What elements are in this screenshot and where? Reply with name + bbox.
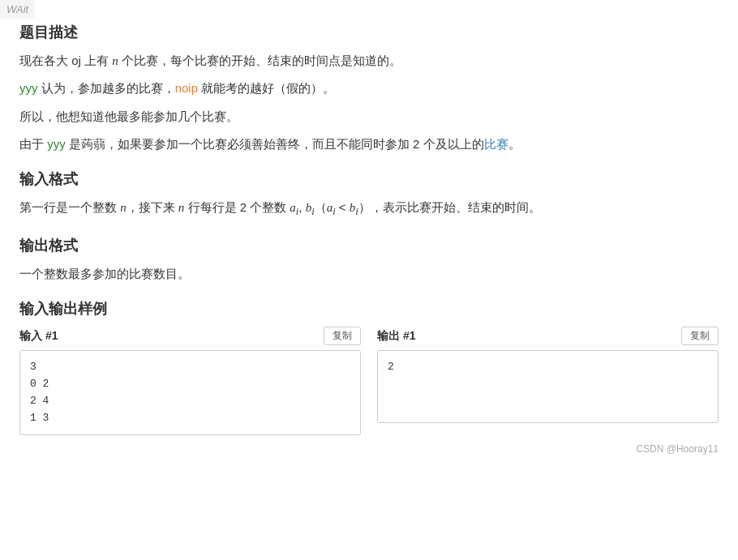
section-title-problem: 题目描述	[19, 23, 719, 42]
problem-para-3: 所以，他想知道他最多能参加几个比赛。	[19, 106, 719, 127]
output-label: 输出 #1	[377, 329, 415, 344]
output-block-header: 输出 #1 复制	[377, 327, 719, 345]
io-examples-container: 输入 #1 复制 3 0 2 2 4 1 3 输出 #1 复制 2	[19, 327, 719, 435]
input-code-box: 3 0 2 2 4 1 3	[19, 350, 361, 435]
section-title-output: 输出格式	[19, 236, 719, 255]
input-block-header: 输入 #1 复制	[19, 327, 361, 345]
output-code-box: 2	[377, 350, 719, 423]
problem-para-4: 由于 yyy 是蒟蒻，如果要参加一个比赛必须善始善终，而且不能同时参加 2 个及…	[19, 134, 719, 155]
title-bar-text: WAit	[6, 3, 28, 15]
title-bar: WAit	[0, 0, 35, 19]
copy-output-button[interactable]: 复制	[681, 327, 719, 345]
watermark: CSDN @Hooray11	[19, 443, 719, 455]
input-label: 输入 #1	[19, 329, 58, 344]
section-title-input: 输入格式	[19, 169, 719, 189]
input-format-text: 第一行是一个整数 n，接下来 n 行每行是 2 个整数 ai, bi（ai < …	[19, 197, 719, 221]
problem-para-2: yyy 认为，参加越多的比赛，noip 就能考的越好（假的）。	[19, 78, 719, 99]
copy-input-button[interactable]: 复制	[324, 327, 361, 345]
output-format-text: 一个整数最多参加的比赛数目。	[19, 263, 719, 284]
output-block: 输出 #1 复制 2	[377, 327, 719, 423]
problem-para-1: 现在各大 oj 上有 n 个比赛，每个比赛的开始、结束的时间点是知道的。	[19, 50, 719, 71]
section-title-examples: 输入输出样例	[19, 299, 719, 318]
input-block: 输入 #1 复制 3 0 2 2 4 1 3	[19, 327, 361, 435]
